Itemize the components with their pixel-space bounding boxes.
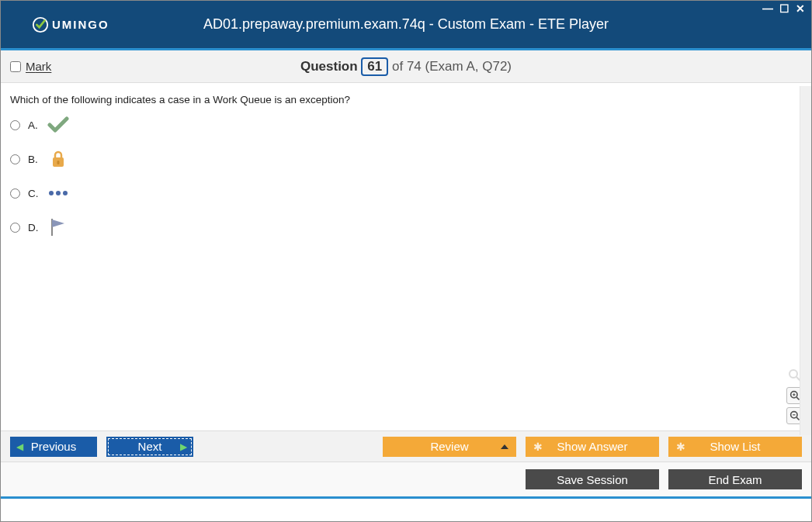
triangle-up-icon (501, 444, 508, 449)
show-list-button[interactable]: ✱ Show List (668, 437, 802, 457)
review-button[interactable]: Review (383, 437, 516, 457)
question-number-box: 61 (361, 57, 388, 76)
question-body: Which of the following indicates a case … (1, 83, 811, 430)
list-icon: ✱ (676, 441, 685, 453)
lock-icon (47, 149, 70, 169)
logo-checkmark-icon (32, 16, 49, 33)
window-title: AD01.prepaway.premium.exam.74q - Custom … (1, 16, 811, 33)
logo: UMINGO (32, 16, 109, 33)
chevron-left-icon: ◀ (16, 441, 23, 452)
svg-point-3 (49, 191, 54, 195)
svg-point-5 (63, 191, 68, 195)
option-d[interactable]: D. (10, 217, 802, 237)
flag-icon (47, 217, 70, 237)
option-d-radio[interactable] (10, 223, 20, 233)
close-button[interactable]: ✕ (794, 2, 807, 15)
action-bar-2: Save Session End Exam (1, 462, 811, 496)
svg-line-10 (796, 397, 799, 399)
logo-text: UMINGO (52, 18, 109, 31)
next-button[interactable]: Next ▶ (106, 437, 193, 457)
option-c[interactable]: C. (10, 183, 802, 203)
star-icon: ✱ (533, 441, 543, 453)
save-session-button[interactable]: Save Session (526, 469, 659, 489)
option-b-radio[interactable] (10, 154, 20, 164)
chevron-right-icon: ▶ (180, 441, 187, 452)
option-b-letter: B. (28, 154, 39, 165)
question-position: Question 61 of 74 (Exam A, Q72) (1, 57, 811, 76)
window-controls: — ☐ ✕ (761, 2, 807, 15)
action-bar-1: ◀ Previous Next ▶ Review ✱ Show Answer ✱… (1, 430, 811, 462)
maximize-button[interactable]: ☐ (778, 2, 791, 15)
option-d-letter: D. (28, 222, 39, 233)
show-answer-button[interactable]: ✱ Show Answer (526, 437, 659, 457)
option-a[interactable]: A. (10, 115, 802, 135)
question-text: Which of the following indicates a case … (10, 94, 802, 105)
svg-point-4 (56, 191, 61, 195)
option-c-letter: C. (28, 188, 39, 199)
vertical-scrollbar[interactable] (800, 86, 811, 435)
option-c-radio[interactable] (10, 188, 20, 199)
option-b[interactable]: B. (10, 149, 802, 169)
previous-button[interactable]: ◀ Previous (10, 437, 97, 457)
svg-line-14 (796, 417, 799, 420)
option-a-radio[interactable] (10, 120, 20, 130)
title-bar: UMINGO AD01.prepaway.premium.exam.74q - … (1, 1, 811, 50)
options-list: A. B. C. (10, 115, 802, 237)
svg-rect-2 (57, 161, 60, 164)
option-a-letter: A. (28, 119, 39, 131)
checkmark-icon (47, 115, 70, 135)
svg-point-7 (789, 370, 797, 378)
question-header: Mark Question 61 of 74 (Exam A, Q72) (1, 50, 811, 83)
bottom-accent-bar (1, 496, 811, 499)
dots-icon (47, 183, 70, 203)
minimize-button[interactable]: — (761, 2, 775, 15)
end-exam-button[interactable]: End Exam (668, 469, 802, 489)
